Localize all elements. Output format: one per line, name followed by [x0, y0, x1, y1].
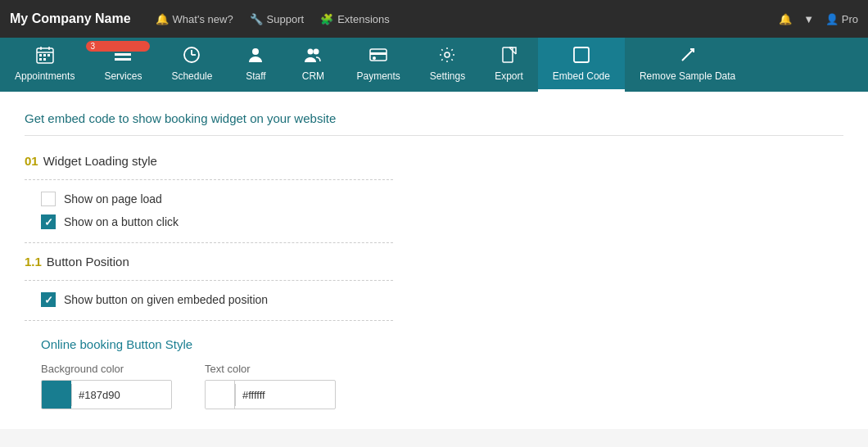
crm-label: CRM — [302, 70, 324, 82]
label-show-button-embeded[interactable]: Show button on given embeded position — [64, 293, 268, 306]
svg-line-25 — [682, 49, 694, 61]
divider-2 — [25, 242, 393, 243]
text-color-swatch[interactable] — [206, 381, 235, 409]
nav-crm[interactable]: CRM — [284, 38, 341, 92]
section-1-1-title: 1.1 Button Position — [25, 255, 843, 269]
section-1-1-label: Button Position — [47, 255, 129, 269]
section-01-title: 01 Widget Loading style — [25, 154, 843, 168]
label-show-on-button-click[interactable]: Show on a button click — [64, 215, 179, 228]
nav-staff[interactable]: Staff — [227, 38, 284, 92]
bg-color-value[interactable] — [71, 384, 172, 406]
svg-point-20 — [373, 56, 376, 60]
bg-color-input-row — [41, 380, 172, 409]
nav-remove-sample[interactable]: Remove Sample Data — [625, 38, 750, 92]
nav-appointments[interactable]: Appointments — [0, 38, 89, 92]
nav-embed-code[interactable]: Embed Code — [538, 38, 625, 92]
extensions-link[interactable]: 🧩 Extensions — [320, 13, 390, 25]
bg-color-label: Background color — [41, 363, 172, 375]
payments-icon — [369, 46, 387, 66]
appointments-icon — [36, 46, 54, 66]
svg-rect-8 — [43, 58, 46, 61]
text-color-input-row — [205, 380, 336, 409]
svg-rect-4 — [39, 54, 42, 56]
section-1-1-num: 1.1 — [25, 255, 42, 269]
schedule-icon — [183, 46, 201, 66]
option-show-button-embeded: Show button on given embeded position — [25, 292, 843, 307]
export-label: Export — [495, 70, 523, 82]
booking-style-section: Online booking Button Style Background c… — [25, 337, 843, 409]
nav-settings[interactable]: Settings — [415, 38, 480, 92]
svg-rect-5 — [43, 54, 46, 56]
support-link[interactable]: 🔧 Support — [250, 13, 305, 25]
option-show-on-button-click: Show on a button click — [25, 214, 843, 229]
remove-sample-label: Remove Sample Data — [640, 70, 735, 82]
main-content: Get embed code to show booking widget on… — [0, 92, 868, 429]
svg-point-16 — [308, 48, 314, 54]
section-1-1: 1.1 Button Position Show button on given… — [25, 255, 843, 321]
services-label: Services — [104, 70, 142, 82]
nav-export[interactable]: Export — [480, 38, 538, 92]
profile-link[interactable]: 👤 Pro — [825, 13, 858, 25]
color-row: Background color Text color — [41, 363, 843, 409]
option-show-on-page-load: Show on page load — [25, 192, 843, 206]
staff-label: Staff — [246, 70, 265, 82]
label-show-on-page-load[interactable]: Show on page load — [64, 192, 162, 205]
text-color-value[interactable] — [235, 384, 336, 406]
svg-point-15 — [252, 48, 259, 55]
remove-sample-icon — [679, 46, 697, 66]
staff-icon — [246, 46, 264, 66]
nav-payments[interactable]: Payments — [341, 38, 414, 92]
top-nav-right: 🔔 ▼ 👤 Pro — [779, 13, 858, 25]
notifications-icon[interactable]: 🔔 — [779, 13, 792, 25]
embed-code-icon — [572, 46, 590, 66]
svg-rect-6 — [47, 54, 50, 56]
nav-schedule[interactable]: Schedule — [156, 38, 227, 92]
export-icon — [500, 46, 518, 66]
svg-rect-10 — [115, 53, 131, 56]
divider-4 — [25, 320, 393, 321]
page-subtitle: Get embed code to show booking widget on… — [25, 111, 843, 136]
svg-point-21 — [445, 52, 450, 57]
settings-label: Settings — [430, 70, 465, 82]
company-name: My Company Name — [10, 11, 131, 26]
text-color-field: Text color — [205, 363, 336, 409]
section-01-num: 01 — [25, 154, 38, 168]
settings-icon — [438, 46, 456, 66]
crm-icon — [304, 46, 322, 66]
svg-point-17 — [314, 48, 319, 54]
embed-code-label: Embed Code — [553, 70, 610, 82]
top-navbar: My Company Name 🔔 What's new? 🔧 Support … — [0, 0, 868, 38]
bg-color-field: Background color — [41, 363, 172, 409]
nav-services[interactable]: Services 3 — [89, 38, 156, 92]
schedule-label: Schedule — [171, 70, 212, 82]
payments-label: Payments — [356, 70, 400, 82]
appointments-label: Appointments — [15, 70, 75, 82]
checkbox-show-on-button-click[interactable] — [41, 214, 56, 229]
checkbox-show-button-embeded[interactable] — [41, 292, 56, 307]
svg-rect-19 — [370, 52, 387, 55]
divider-1 — [25, 179, 393, 180]
svg-rect-7 — [39, 58, 42, 61]
whats-new-link[interactable]: 🔔 What's new? — [156, 13, 233, 25]
text-color-label: Text color — [205, 363, 336, 375]
services-badge: 3 — [86, 41, 150, 52]
section-01-label: Widget Loading style — [43, 154, 157, 168]
dropdown-arrow-icon[interactable]: ▼ — [803, 13, 814, 25]
svg-rect-24 — [574, 47, 589, 62]
divider-3 — [25, 280, 393, 281]
checkbox-show-on-page-load[interactable] — [41, 192, 56, 206]
bg-color-swatch[interactable] — [42, 381, 71, 409]
svg-rect-11 — [115, 58, 131, 61]
main-navbar: Appointments Services 3 Schedule — [0, 38, 868, 92]
booking-style-title: Online booking Button Style — [41, 337, 843, 351]
